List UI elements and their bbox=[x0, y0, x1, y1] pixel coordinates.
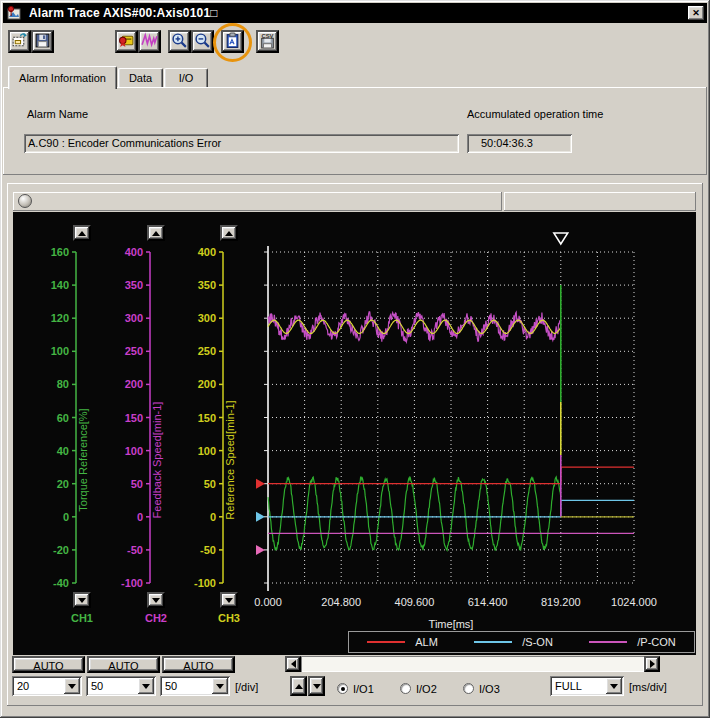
io-trace-alm bbox=[268, 467, 634, 484]
legend-label: ALM bbox=[415, 636, 438, 648]
trace-display-button[interactable] bbox=[138, 30, 161, 53]
tab-label: I/O bbox=[179, 72, 194, 84]
plot-frame bbox=[264, 246, 268, 591]
zoom-in-button[interactable] bbox=[168, 30, 191, 53]
ch2-auto-button[interactable]: AUTO bbox=[87, 656, 160, 673]
svg-text:-100: -100 bbox=[121, 577, 143, 589]
combo-dropdown-button[interactable] bbox=[212, 678, 228, 694]
svg-text:150: 150 bbox=[125, 412, 143, 424]
csv-output-button[interactable]: CSV bbox=[256, 30, 279, 53]
radio-icon bbox=[337, 683, 348, 694]
left-arrow-icon bbox=[291, 660, 296, 668]
ch2-scale-combo[interactable]: 50 bbox=[86, 676, 156, 696]
copy-to-clipboard-button[interactable] bbox=[221, 30, 244, 53]
p-con-legend-line bbox=[589, 641, 627, 643]
alarm-display-button[interactable] bbox=[115, 30, 138, 53]
window-title: Alarm Trace AXIS#00:Axis0101□ bbox=[29, 6, 218, 20]
time-unit-label: [ms/div] bbox=[629, 681, 667, 693]
io-level-markers bbox=[256, 479, 265, 555]
zoom-out-button[interactable] bbox=[191, 30, 214, 53]
csv-save-icon: CSV bbox=[259, 32, 276, 52]
combo-dropdown-button[interactable] bbox=[138, 678, 154, 694]
close-button[interactable]: ✕ bbox=[688, 6, 704, 20]
ch2-scale-down-button[interactable] bbox=[147, 592, 165, 608]
down-arrow-icon bbox=[225, 598, 233, 603]
ch3-label: CH3 bbox=[209, 612, 249, 624]
accumulated-time-field: 50:04:36.3 bbox=[467, 134, 572, 153]
div-unit-label: [/div] bbox=[235, 681, 258, 693]
ch1-scale-up-button[interactable] bbox=[73, 225, 91, 241]
plot-area: 160140120100806040200-20-40Torque Refere… bbox=[13, 212, 696, 655]
tab-label: Data bbox=[129, 72, 152, 84]
accumulated-time-label: Accumulated operation time bbox=[467, 108, 603, 120]
graph-header-cell-right bbox=[504, 192, 696, 211]
trigger-marker bbox=[554, 233, 568, 244]
title-bar[interactable]: Alarm Trace AXIS#00:Axis0101□ ✕ bbox=[3, 3, 707, 23]
status-led-icon[interactable] bbox=[18, 194, 32, 208]
svg-text:-20: -20 bbox=[53, 544, 69, 556]
legend-item: /P-CON bbox=[589, 636, 676, 648]
combo-dropdown-button[interactable] bbox=[64, 678, 80, 694]
svg-text:200: 200 bbox=[198, 378, 216, 390]
svg-text:Torque Reference[%]: Torque Reference[%] bbox=[77, 408, 89, 511]
graph-header-cell-left bbox=[13, 192, 502, 211]
svg-text:100: 100 bbox=[125, 445, 143, 457]
alarm-name-field: A.C90 : Encoder Communications Error bbox=[24, 134, 459, 153]
time-range-combo[interactable]: FULL bbox=[550, 676, 624, 696]
radio-io1[interactable]: I/O1 bbox=[337, 679, 374, 697]
ch1-scale-down-button[interactable] bbox=[73, 592, 91, 608]
scroll-left-button[interactable] bbox=[285, 656, 301, 672]
svg-text:204.800: 204.800 bbox=[321, 596, 361, 608]
svg-text:350: 350 bbox=[125, 279, 143, 291]
ch3-auto-button[interactable]: AUTO bbox=[162, 656, 235, 673]
zoom-in-icon bbox=[171, 32, 188, 52]
svg-text:60: 60 bbox=[57, 412, 69, 424]
right-arrow-icon bbox=[650, 660, 655, 668]
down-arrow-icon bbox=[610, 684, 618, 689]
svg-text:614.400: 614.400 bbox=[468, 596, 508, 608]
ch3-scale-down-button[interactable] bbox=[220, 592, 238, 608]
io-up-button[interactable] bbox=[290, 676, 307, 696]
tab-alarm-information[interactable]: Alarm Information bbox=[8, 66, 117, 89]
alarm-trace-window: Alarm Trace AXIS#00:Axis0101□ ✕ CSV A bbox=[0, 0, 710, 718]
open-file-icon bbox=[11, 32, 28, 52]
svg-text:50: 50 bbox=[204, 478, 216, 490]
legend-label: /S-ON bbox=[522, 636, 553, 648]
svg-text:200: 200 bbox=[125, 378, 143, 390]
waveform-icon bbox=[141, 32, 158, 52]
down-arrow-icon bbox=[152, 598, 160, 603]
svg-text:250: 250 bbox=[125, 345, 143, 357]
svg-text:40: 40 bbox=[57, 445, 69, 457]
ch2-scale-up-button[interactable] bbox=[147, 225, 165, 241]
alarm-information-panel: Alarm Name A.C90 : Encoder Communication… bbox=[3, 87, 707, 175]
trace-torque-reference bbox=[268, 477, 561, 551]
svg-text:-50: -50 bbox=[200, 544, 216, 556]
time-scrollbar-track[interactable] bbox=[301, 656, 644, 672]
tab-io[interactable]: I/O bbox=[164, 68, 208, 88]
radio-io3[interactable]: I/O3 bbox=[463, 679, 500, 697]
svg-text:409.600: 409.600 bbox=[395, 596, 435, 608]
combo-dropdown-button[interactable] bbox=[606, 678, 622, 694]
svg-text:Reference Speed[min-1]: Reference Speed[min-1] bbox=[224, 400, 236, 519]
ch3-scale-up-button[interactable] bbox=[220, 225, 238, 241]
radio-io2[interactable]: I/O2 bbox=[400, 679, 437, 697]
combo-value: 50 bbox=[165, 680, 177, 692]
scroll-right-button[interactable] bbox=[644, 656, 660, 672]
ch1-scale-combo[interactable]: 20 bbox=[12, 676, 82, 696]
radio-icon bbox=[400, 683, 411, 694]
io-legend: ALM /S-ON /P-CON bbox=[348, 631, 695, 653]
radio-icon bbox=[463, 683, 474, 694]
alarm-name-label: Alarm Name bbox=[27, 108, 88, 120]
save-report-button[interactable] bbox=[31, 30, 54, 53]
trace-graph-panel: 160140120100806040200-20-40Torque Refere… bbox=[7, 183, 703, 706]
io-down-button[interactable] bbox=[308, 676, 325, 696]
open-report-button[interactable] bbox=[8, 30, 31, 53]
tab-data[interactable]: Data bbox=[118, 68, 163, 88]
ch1-auto-button[interactable]: AUTO bbox=[12, 656, 85, 673]
ch3-scale-combo[interactable]: 50 bbox=[160, 676, 230, 696]
x-axis-labels: 0.000204.800409.600614.400819.2001024.00… bbox=[254, 596, 657, 630]
legend-item: /S-ON bbox=[474, 636, 553, 648]
svg-text:0: 0 bbox=[210, 511, 216, 523]
svg-text:1024.000: 1024.000 bbox=[611, 596, 657, 608]
toolbar: CSV bbox=[0, 26, 710, 60]
